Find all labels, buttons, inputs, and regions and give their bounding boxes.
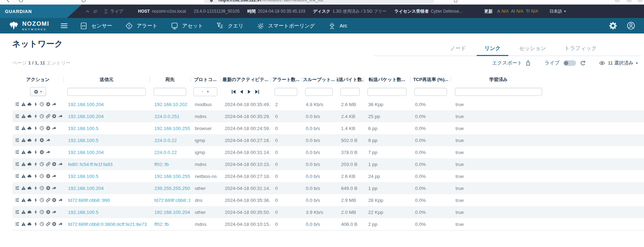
source-link[interactable]: fe80::fc54:ff:fe1f:fa93 [68,162,113,167]
clock-icon[interactable] [39,174,44,179]
browser-url-bar[interactable]: https://192.168.122.97/#/network?tab=net… [204,0,435,4]
source-link[interactable]: 192.168.100.5 [68,138,98,143]
column-header-actions[interactable]: アクション [12,74,63,85]
share-icon[interactable] [52,186,57,191]
share-icon[interactable] [46,138,51,143]
gear-icon[interactable] [52,198,57,203]
column-header-protocol[interactable]: プロトコ... [190,74,220,85]
source-link[interactable]: fd72:689f:c6b8:0:3808:dcff:fe21:8e73 [68,222,147,227]
cloud-icon[interactable] [27,222,32,227]
clock-icon[interactable] [39,210,44,215]
bolt-icon[interactable] [33,222,38,227]
clock-icon[interactable] [39,102,44,107]
bolt-icon[interactable] [33,126,38,131]
warning-icon[interactable] [21,210,26,215]
nav-item-arc[interactable]: Arc [328,22,347,30]
destination-link[interactable]: 192.168.100.255 [154,126,190,131]
warning-icon[interactable] [21,138,26,143]
destination-link[interactable]: 224.0.0.22 [154,150,177,155]
nav-item-sensors[interactable]: センサー [80,22,112,30]
bolt-icon[interactable] [33,198,38,203]
share-icon[interactable] [58,162,63,167]
cloud-icon[interactable] [27,198,32,203]
link-icon[interactable] [46,198,51,203]
source-link[interactable]: 192.168.100.204 [68,114,104,119]
destination-link[interactable]: 239.255.255.250 [154,186,190,191]
filter-alerts-input[interactable] [274,88,297,96]
column-header-tcp-retransmission[interactable]: TCP再送率 (%)... [410,74,451,85]
source-link[interactable]: fd72:689f:c6b8::990 [68,198,110,203]
column-header-source[interactable]: 送信元 [63,74,150,85]
tab-sessions[interactable]: セッション [510,45,555,56]
filter-protocol-select[interactable]: - ▾ [193,87,217,96]
browser-reload-icon[interactable] [18,0,24,3]
sliders-icon[interactable] [15,102,20,107]
filter-learned-input[interactable] [455,88,542,96]
destination-link[interactable]: 192.168.100.204 [154,210,190,215]
sliders-icon[interactable] [15,210,20,215]
gear-icon[interactable] [52,222,57,227]
first-page-icon[interactable] [231,89,236,94]
sliders-icon[interactable] [15,114,20,119]
source-link[interactable]: 192.168.100.5 [68,174,98,179]
link-icon[interactable] [46,222,51,227]
gear-icon[interactable] [46,126,51,131]
share-icon[interactable] [58,198,63,203]
prev-page-icon[interactable] [239,89,244,94]
warning-icon[interactable] [21,126,26,131]
tab-links[interactable]: リンク [475,45,510,56]
cloud-icon[interactable] [27,186,32,191]
share-icon[interactable] [52,174,57,179]
gear-icon[interactable] [39,138,44,143]
source-link[interactable]: 192.168.100.204 [68,186,104,191]
bolt-icon[interactable] [33,174,38,179]
sliders-icon[interactable] [15,138,20,143]
destination-link[interactable]: ff02::fb [154,222,169,227]
share-icon[interactable] [52,102,57,107]
filter-tcp-retransmission-input[interactable] [414,88,447,96]
menu-toggle-icon[interactable] [60,21,68,30]
clock-icon[interactable] [39,198,44,203]
sliders-icon[interactable] [15,174,20,179]
tab-traffic[interactable]: トラフィック [555,45,606,56]
source-link[interactable]: 192.168.100.5 [68,126,98,131]
clock-icon[interactable] [39,162,44,167]
sliders-icon[interactable] [15,162,20,167]
warning-icon[interactable] [21,162,26,167]
next-page-icon[interactable] [247,89,252,94]
browser-extension-icon[interactable] [615,0,620,2]
bolt-icon[interactable] [33,114,38,119]
gear-icon[interactable] [46,210,51,215]
destination-link[interactable]: fd72:689f:c6b8::1 [154,198,190,203]
destination-link[interactable]: ff02::fb [154,162,169,167]
nav-item-alerts[interactable]: アラート [125,22,157,30]
sliders-icon[interactable] [15,198,20,203]
nav-item-smart-polling[interactable]: スマートポーリング [256,22,315,30]
source-link[interactable]: 192.168.100.204 [68,150,104,155]
column-header-packets[interactable]: 転送パケット数... [364,74,410,85]
cloud-icon[interactable] [27,162,32,167]
column-visibility-selector[interactable]: 11 選択済み ▾ [599,60,638,66]
gear-icon[interactable] [52,162,57,167]
column-header-bytes[interactable]: 転送バイト数... [336,74,364,85]
sliders-icon[interactable] [15,222,20,227]
warning-icon[interactable] [21,198,26,203]
link-icon[interactable] [46,114,51,119]
nav-item-queries[interactable]: クエリ [216,22,243,30]
clock-icon[interactable] [39,186,44,191]
eye-off-icon[interactable] [93,9,98,14]
filter-destination-input[interactable] [154,88,186,96]
language-selector[interactable]: 日本語 ▾ [549,8,566,14]
filter-throughput-input[interactable] [305,88,333,96]
warning-icon[interactable] [21,102,26,107]
nav-item-assets[interactable]: アセット [171,22,203,30]
destination-link[interactable]: 192.168.10.202 [154,102,187,107]
destination-link[interactable]: 192.168.100.255 [154,174,190,179]
share-icon[interactable] [58,114,63,119]
nozomi-brand[interactable]: NOZOMI NETWORKS [8,21,49,31]
column-header-last-activity[interactable]: 最新のアクティビテ... [220,74,271,85]
chevron-up-icon[interactable] [85,9,90,14]
cloud-icon[interactable] [27,210,32,215]
browser-refresh-icon[interactable] [81,0,86,3]
cloud-icon[interactable] [27,138,32,143]
